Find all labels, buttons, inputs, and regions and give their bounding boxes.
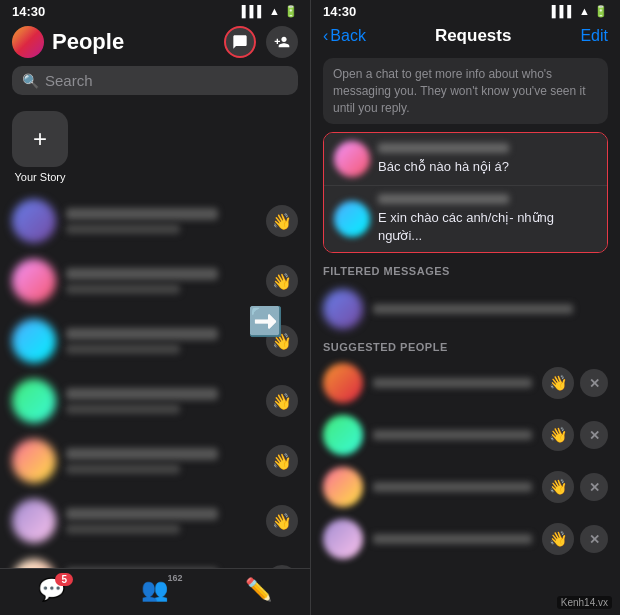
left-header: People bbox=[0, 22, 310, 66]
tab-messages[interactable]: 💬 5 bbox=[38, 577, 65, 603]
contact-message bbox=[66, 524, 180, 534]
info-box: Open a chat to get more info about who's… bbox=[323, 58, 608, 124]
suggested-actions-2: 👋 ✕ bbox=[542, 419, 608, 451]
back-button[interactable]: ‹ Back bbox=[323, 27, 366, 45]
dismiss-button-2[interactable]: ✕ bbox=[580, 421, 608, 449]
wifi-icon: ▲ bbox=[269, 5, 280, 17]
request-item-2[interactable]: E xin chào các anh/chị- những người... bbox=[324, 186, 607, 252]
battery-icon: 🔋 bbox=[594, 5, 608, 18]
wave-button[interactable]: 👋 bbox=[266, 205, 298, 237]
bottom-tab-bar: 💬 5 👥 162 ✏️ bbox=[0, 568, 310, 615]
suggested-actions-1: 👋 ✕ bbox=[542, 367, 608, 399]
filtered-item[interactable] bbox=[311, 281, 620, 337]
right-time: 14:30 bbox=[323, 4, 356, 19]
suggested-name-1 bbox=[373, 378, 532, 388]
contact-list: 👋 👋 👋 👋 bbox=[0, 191, 310, 568]
contact-info bbox=[66, 448, 256, 474]
signal-icon: ▌▌▌ bbox=[242, 5, 265, 17]
contact-item[interactable]: 👋 bbox=[0, 311, 310, 371]
contact-info bbox=[66, 268, 256, 294]
header-right bbox=[224, 26, 298, 58]
contact-item[interactable]: 👋 bbox=[0, 431, 310, 491]
messages-icon: 💬 5 bbox=[38, 577, 65, 603]
suggested-actions-3: 👋 ✕ bbox=[542, 471, 608, 503]
search-bar[interactable]: 🔍 Search bbox=[12, 66, 298, 95]
contact-item[interactable]: 👋 bbox=[0, 371, 310, 431]
suggested-name-4 bbox=[373, 534, 532, 544]
contact-avatar bbox=[12, 259, 56, 303]
wave-button-2[interactable]: 👋 bbox=[542, 419, 574, 451]
tab-people[interactable]: 👥 162 bbox=[141, 577, 168, 603]
user-avatar[interactable] bbox=[12, 26, 44, 58]
suggested-avatar-4 bbox=[323, 519, 363, 559]
page-title: People bbox=[52, 29, 124, 55]
wave-button-1[interactable]: 👋 bbox=[542, 367, 574, 399]
suggested-avatar-3 bbox=[323, 467, 363, 507]
contact-item[interactable]: 👋 bbox=[0, 551, 310, 568]
wave-button[interactable]: 👋 bbox=[266, 325, 298, 357]
dismiss-button-3[interactable]: ✕ bbox=[580, 473, 608, 501]
contact-message bbox=[66, 344, 180, 354]
contact-name bbox=[66, 268, 218, 280]
wave-button[interactable]: 👋 bbox=[266, 265, 298, 297]
message-requests-button[interactable] bbox=[224, 26, 256, 58]
people-icon: 👥 162 bbox=[141, 577, 168, 603]
request-info-1: Bác chỗ nào hà nội á? bbox=[378, 143, 597, 175]
edit-button[interactable]: Edit bbox=[580, 27, 608, 45]
contact-item[interactable]: 👋 bbox=[0, 251, 310, 311]
contact-message bbox=[66, 404, 180, 414]
right-status-bar: 14:30 ▌▌▌ ▲ 🔋 bbox=[311, 0, 620, 22]
suggested-actions-4: 👋 ✕ bbox=[542, 523, 608, 555]
contact-name bbox=[66, 208, 218, 220]
watermark: Kenh14.vx bbox=[557, 596, 612, 609]
back-label[interactable]: Back bbox=[330, 27, 366, 45]
contact-name bbox=[66, 508, 218, 520]
request-name-2 bbox=[378, 194, 509, 204]
contact-avatar bbox=[12, 379, 56, 423]
right-header: ‹ Back Requests Edit bbox=[311, 22, 620, 54]
tab-compose[interactable]: ✏️ bbox=[245, 577, 272, 603]
suggested-avatar-2 bbox=[323, 415, 363, 455]
wave-button[interactable]: 👋 bbox=[266, 385, 298, 417]
search-icon: 🔍 bbox=[22, 73, 39, 89]
contact-info bbox=[66, 328, 256, 354]
dismiss-button-4[interactable]: ✕ bbox=[580, 525, 608, 553]
contact-message bbox=[66, 284, 180, 294]
request-item-1[interactable]: Bác chỗ nào hà nội á? bbox=[324, 133, 607, 186]
contact-info bbox=[66, 508, 256, 534]
wave-button-4[interactable]: 👋 bbox=[542, 523, 574, 555]
add-story-item[interactable]: + Your Story bbox=[12, 111, 68, 183]
filtered-avatar bbox=[323, 289, 363, 329]
left-status-bar: 14:30 ▌▌▌ ▲ 🔋 bbox=[0, 0, 310, 22]
suggested-name-2 bbox=[373, 430, 532, 440]
suggested-item-1[interactable]: 👋 ✕ bbox=[311, 357, 620, 409]
contact-info bbox=[66, 208, 256, 234]
requests-title: Requests bbox=[435, 26, 512, 46]
add-person-icon bbox=[274, 34, 290, 50]
dismiss-button-1[interactable]: ✕ bbox=[580, 369, 608, 397]
left-status-icons: ▌▌▌ ▲ 🔋 bbox=[242, 5, 298, 18]
suggested-item-3[interactable]: 👋 ✕ bbox=[311, 461, 620, 513]
contact-item[interactable]: 👋 bbox=[0, 191, 310, 251]
contact-avatar bbox=[12, 559, 56, 568]
contact-info bbox=[66, 388, 256, 414]
wave-button[interactable]: 👋 bbox=[266, 505, 298, 537]
contact-name bbox=[66, 448, 218, 460]
contact-avatar bbox=[12, 199, 56, 243]
contact-item[interactable]: 👋 bbox=[0, 491, 310, 551]
wifi-icon: ▲ bbox=[579, 5, 590, 17]
add-people-button[interactable] bbox=[266, 26, 298, 58]
filtered-name bbox=[373, 304, 573, 314]
signal-icon: ▌▌▌ bbox=[552, 5, 575, 17]
suggested-item-2[interactable]: 👋 ✕ bbox=[311, 409, 620, 461]
right-panel: 14:30 ▌▌▌ ▲ 🔋 ‹ Back Requests Edit Open … bbox=[311, 0, 620, 615]
chevron-left-icon: ‹ bbox=[323, 27, 328, 45]
suggested-item-4[interactable]: 👋 ✕ bbox=[311, 513, 620, 565]
wave-button-3[interactable]: 👋 bbox=[542, 471, 574, 503]
search-input[interactable]: Search bbox=[45, 72, 93, 89]
add-story-button[interactable]: + bbox=[12, 111, 68, 167]
contact-name bbox=[66, 388, 218, 400]
battery-icon: 🔋 bbox=[284, 5, 298, 18]
stories-row: + Your Story bbox=[0, 103, 310, 191]
wave-button[interactable]: 👋 bbox=[266, 445, 298, 477]
